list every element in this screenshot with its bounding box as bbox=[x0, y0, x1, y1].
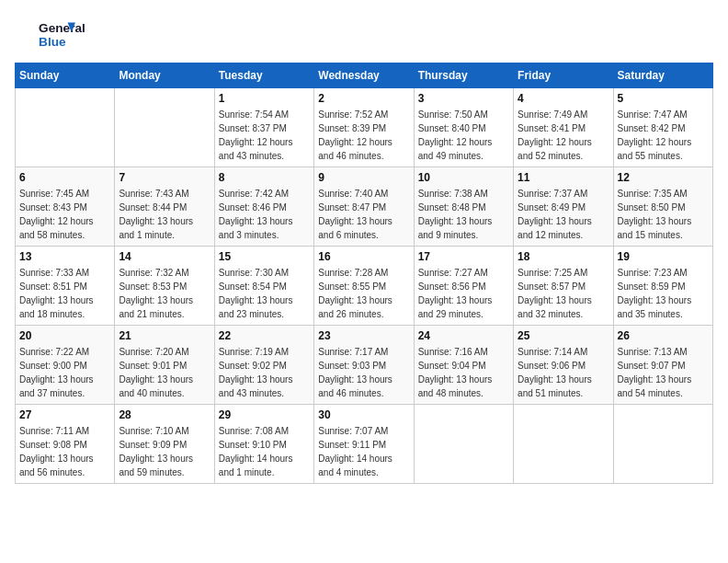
day-number: 19 bbox=[618, 250, 709, 263]
weekday-thursday: Thursday bbox=[414, 63, 513, 88]
weekday-saturday: Saturday bbox=[613, 63, 712, 88]
logo-icon: General Blue bbox=[15, 15, 97, 53]
day-cell: 26Sunrise: 7:13 AMSunset: 9:07 PMDayligh… bbox=[613, 326, 712, 405]
weekday-sunday: Sunday bbox=[16, 63, 115, 88]
day-info: Sunrise: 7:35 AMSunset: 8:50 PMDaylight:… bbox=[618, 187, 709, 242]
day-number: 28 bbox=[119, 408, 210, 421]
day-info: Sunrise: 7:45 AMSunset: 8:43 PMDaylight:… bbox=[19, 187, 110, 242]
week-row-5: 27Sunrise: 7:11 AMSunset: 9:08 PMDayligh… bbox=[16, 405, 713, 484]
day-cell: 19Sunrise: 7:23 AMSunset: 8:59 PMDayligh… bbox=[613, 247, 712, 326]
day-info: Sunrise: 7:28 AMSunset: 8:55 PMDaylight:… bbox=[318, 266, 409, 321]
day-info: Sunrise: 7:08 AMSunset: 9:10 PMDaylight:… bbox=[219, 424, 310, 479]
svg-text:General: General bbox=[39, 21, 85, 35]
header: General Blue bbox=[15, 15, 713, 53]
day-number: 9 bbox=[318, 171, 409, 184]
day-cell: 14Sunrise: 7:32 AMSunset: 8:53 PMDayligh… bbox=[115, 247, 214, 326]
day-number: 21 bbox=[119, 329, 210, 342]
day-info: Sunrise: 7:17 AMSunset: 9:03 PMDaylight:… bbox=[318, 345, 409, 400]
weekday-tuesday: Tuesday bbox=[214, 63, 313, 88]
week-row-2: 6Sunrise: 7:45 AMSunset: 8:43 PMDaylight… bbox=[16, 167, 713, 247]
day-number: 25 bbox=[518, 329, 609, 342]
day-cell: 23Sunrise: 7:17 AMSunset: 9:03 PMDayligh… bbox=[314, 326, 414, 405]
day-info: Sunrise: 7:54 AMSunset: 8:37 PMDaylight:… bbox=[219, 108, 310, 163]
day-cell: 16Sunrise: 7:28 AMSunset: 8:55 PMDayligh… bbox=[314, 247, 414, 326]
week-row-3: 13Sunrise: 7:33 AMSunset: 8:51 PMDayligh… bbox=[16, 247, 713, 326]
day-cell: 1Sunrise: 7:54 AMSunset: 8:37 PMDaylight… bbox=[214, 88, 313, 167]
weekday-header-row: SundayMondayTuesdayWednesdayThursdayFrid… bbox=[16, 63, 713, 88]
day-info: Sunrise: 7:11 AMSunset: 9:08 PMDaylight:… bbox=[19, 424, 110, 479]
day-info: Sunrise: 7:49 AMSunset: 8:41 PMDaylight:… bbox=[518, 108, 609, 163]
day-cell: 20Sunrise: 7:22 AMSunset: 9:00 PMDayligh… bbox=[16, 326, 115, 405]
day-info: Sunrise: 7:38 AMSunset: 8:48 PMDaylight:… bbox=[418, 187, 509, 242]
day-cell: 8Sunrise: 7:42 AMSunset: 8:46 PMDaylight… bbox=[214, 167, 313, 247]
day-cell: 5Sunrise: 7:47 AMSunset: 8:42 PMDaylight… bbox=[613, 88, 712, 167]
day-cell: 29Sunrise: 7:08 AMSunset: 9:10 PMDayligh… bbox=[214, 405, 313, 484]
day-cell: 7Sunrise: 7:43 AMSunset: 8:44 PMDaylight… bbox=[115, 167, 214, 247]
day-cell: 6Sunrise: 7:45 AMSunset: 8:43 PMDaylight… bbox=[16, 167, 115, 247]
day-info: Sunrise: 7:13 AMSunset: 9:07 PMDaylight:… bbox=[618, 345, 709, 400]
day-info: Sunrise: 7:10 AMSunset: 9:09 PMDaylight:… bbox=[119, 424, 210, 479]
day-number: 27 bbox=[19, 408, 110, 421]
day-info: Sunrise: 7:43 AMSunset: 8:44 PMDaylight:… bbox=[119, 187, 210, 242]
day-cell: 30Sunrise: 7:07 AMSunset: 9:11 PMDayligh… bbox=[314, 405, 414, 484]
day-number: 23 bbox=[318, 329, 409, 342]
day-cell: 3Sunrise: 7:50 AMSunset: 8:40 PMDaylight… bbox=[414, 88, 513, 167]
day-info: Sunrise: 7:20 AMSunset: 9:01 PMDaylight:… bbox=[119, 345, 210, 400]
day-cell bbox=[115, 88, 214, 167]
day-number: 2 bbox=[318, 92, 409, 105]
day-number: 11 bbox=[518, 171, 609, 184]
day-number: 5 bbox=[618, 92, 709, 105]
day-number: 16 bbox=[318, 250, 409, 263]
weekday-friday: Friday bbox=[514, 63, 613, 88]
day-cell: 12Sunrise: 7:35 AMSunset: 8:50 PMDayligh… bbox=[613, 167, 712, 247]
day-cell: 13Sunrise: 7:33 AMSunset: 8:51 PMDayligh… bbox=[16, 247, 115, 326]
day-cell: 9Sunrise: 7:40 AMSunset: 8:47 PMDaylight… bbox=[314, 167, 414, 247]
day-info: Sunrise: 7:07 AMSunset: 9:11 PMDaylight:… bbox=[318, 424, 409, 479]
day-info: Sunrise: 7:50 AMSunset: 8:40 PMDaylight:… bbox=[418, 108, 509, 163]
day-number: 18 bbox=[518, 250, 609, 263]
day-cell: 2Sunrise: 7:52 AMSunset: 8:39 PMDaylight… bbox=[314, 88, 414, 167]
day-info: Sunrise: 7:19 AMSunset: 9:02 PMDaylight:… bbox=[219, 345, 310, 400]
day-info: Sunrise: 7:16 AMSunset: 9:04 PMDaylight:… bbox=[418, 345, 509, 400]
day-number: 12 bbox=[618, 171, 709, 184]
day-number: 1 bbox=[219, 92, 310, 105]
day-cell: 11Sunrise: 7:37 AMSunset: 8:49 PMDayligh… bbox=[514, 167, 613, 247]
weekday-monday: Monday bbox=[115, 63, 214, 88]
day-info: Sunrise: 7:23 AMSunset: 8:59 PMDaylight:… bbox=[618, 266, 709, 321]
day-cell: 18Sunrise: 7:25 AMSunset: 8:57 PMDayligh… bbox=[514, 247, 613, 326]
day-cell: 21Sunrise: 7:20 AMSunset: 9:01 PMDayligh… bbox=[115, 326, 214, 405]
day-cell: 10Sunrise: 7:38 AMSunset: 8:48 PMDayligh… bbox=[414, 167, 513, 247]
day-number: 8 bbox=[219, 171, 310, 184]
day-info: Sunrise: 7:14 AMSunset: 9:06 PMDaylight:… bbox=[518, 345, 609, 400]
day-number: 29 bbox=[219, 408, 310, 421]
day-number: 30 bbox=[318, 408, 409, 421]
day-cell bbox=[16, 88, 115, 167]
day-number: 13 bbox=[19, 250, 110, 263]
day-cell: 25Sunrise: 7:14 AMSunset: 9:06 PMDayligh… bbox=[514, 326, 613, 405]
day-number: 26 bbox=[618, 329, 709, 342]
day-cell: 22Sunrise: 7:19 AMSunset: 9:02 PMDayligh… bbox=[214, 326, 313, 405]
logo: General Blue bbox=[15, 15, 97, 53]
day-cell bbox=[613, 405, 712, 484]
day-cell: 15Sunrise: 7:30 AMSunset: 8:54 PMDayligh… bbox=[214, 247, 313, 326]
day-number: 7 bbox=[119, 171, 210, 184]
day-info: Sunrise: 7:32 AMSunset: 8:53 PMDaylight:… bbox=[119, 266, 210, 321]
day-info: Sunrise: 7:25 AMSunset: 8:57 PMDaylight:… bbox=[518, 266, 609, 321]
day-info: Sunrise: 7:47 AMSunset: 8:42 PMDaylight:… bbox=[618, 108, 709, 163]
day-info: Sunrise: 7:42 AMSunset: 8:46 PMDaylight:… bbox=[219, 187, 310, 242]
day-cell: 24Sunrise: 7:16 AMSunset: 9:04 PMDayligh… bbox=[414, 326, 513, 405]
day-cell: 17Sunrise: 7:27 AMSunset: 8:56 PMDayligh… bbox=[414, 247, 513, 326]
day-info: Sunrise: 7:52 AMSunset: 8:39 PMDaylight:… bbox=[318, 108, 409, 163]
day-number: 4 bbox=[518, 92, 609, 105]
day-number: 10 bbox=[418, 171, 509, 184]
svg-text:Blue: Blue bbox=[39, 35, 66, 49]
day-number: 6 bbox=[19, 171, 110, 184]
weekday-wednesday: Wednesday bbox=[314, 63, 414, 88]
day-info: Sunrise: 7:27 AMSunset: 8:56 PMDaylight:… bbox=[418, 266, 509, 321]
week-row-1: 1Sunrise: 7:54 AMSunset: 8:37 PMDaylight… bbox=[16, 88, 713, 167]
day-number: 20 bbox=[19, 329, 110, 342]
day-info: Sunrise: 7:33 AMSunset: 8:51 PMDaylight:… bbox=[19, 266, 110, 321]
day-number: 17 bbox=[418, 250, 509, 263]
day-number: 3 bbox=[418, 92, 509, 105]
day-info: Sunrise: 7:37 AMSunset: 8:49 PMDaylight:… bbox=[518, 187, 609, 242]
